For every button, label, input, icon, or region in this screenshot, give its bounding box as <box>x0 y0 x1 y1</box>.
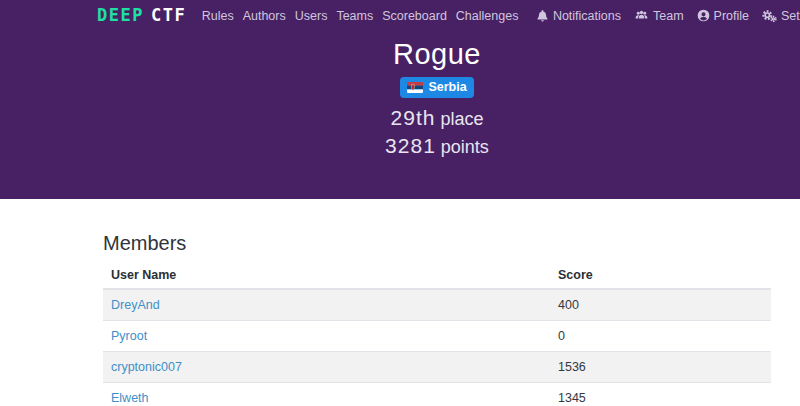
nav-item-users[interactable]: Users <box>290 9 332 23</box>
table-row: DreyAnd 400 <box>103 289 771 321</box>
serbia-flag-icon <box>407 82 428 93</box>
team-label: Team <box>653 9 684 23</box>
column-header-username: User Name <box>103 262 550 289</box>
points-value: 3281 <box>385 134 436 157</box>
user-circle-icon <box>697 9 714 22</box>
column-header-score: Score <box>550 262 771 289</box>
team-points: 3281points <box>0 135 800 156</box>
place-value: 29th <box>391 106 436 129</box>
page: DEEP CTF Rules Authors Users Teams Score… <box>0 0 800 406</box>
nav-item-teams[interactable]: Teams <box>332 9 378 23</box>
members-heading: Members <box>103 233 771 253</box>
member-score: 1345 <box>550 383 771 406</box>
profile-label: Profile <box>714 9 749 23</box>
notifications-button[interactable]: Notifications <box>536 9 621 23</box>
team-button[interactable]: Team <box>634 9 684 23</box>
notifications-label: Notifications <box>553 9 621 23</box>
brand-logo-deep: DEEP <box>97 7 144 24</box>
member-score: 0 <box>550 321 771 352</box>
settings-button[interactable]: Settings <box>762 9 800 23</box>
bell-icon <box>536 9 553 22</box>
nav-links: Rules Authors Users Teams Scoreboard Cha… <box>197 9 523 23</box>
nav-item-authors[interactable]: Authors <box>238 9 290 23</box>
member-score: 1536 <box>550 352 771 383</box>
member-link-elweth[interactable]: Elweth <box>111 391 149 405</box>
points-word: points <box>441 137 489 157</box>
brand-logo-ctf: CTF <box>151 7 186 24</box>
country-badge[interactable]: Serbia <box>400 77 473 98</box>
settings-label: Settings <box>781 9 800 23</box>
member-score: 400 <box>550 289 771 321</box>
member-link-dreyand[interactable]: DreyAnd <box>111 298 160 312</box>
members-header-row: User Name Score <box>103 262 771 289</box>
nav-item-challenges[interactable]: Challenges <box>451 9 523 23</box>
top-navbar: DEEP CTF Rules Authors Users Teams Score… <box>0 0 800 31</box>
country-label: Serbia <box>428 80 466 95</box>
gears-icon <box>762 9 781 23</box>
team-place: 29thplace <box>0 107 800 128</box>
nav-item-rules[interactable]: Rules <box>197 9 238 23</box>
member-link-cryptonic007[interactable]: cryptonic007 <box>111 360 182 374</box>
team-name: Rogue <box>0 39 800 71</box>
nav-item-scoreboard[interactable]: Scoreboard <box>378 9 452 23</box>
table-row: cryptonic007 1536 <box>103 352 771 383</box>
place-word: place <box>440 109 483 129</box>
nav-actions: Notifications Team Profile Settings <box>523 9 800 23</box>
team-hero: Rogue Serbia 29thplace 3281points <box>0 31 800 199</box>
profile-button[interactable]: Profile <box>697 9 749 23</box>
member-link-pyroot[interactable]: Pyroot <box>111 329 147 343</box>
brand-logo[interactable]: DEEP CTF <box>97 7 186 24</box>
table-row: Elweth 1345 <box>103 383 771 406</box>
members-section: Members User Name Score DreyAnd 400 Pyro… <box>103 233 771 406</box>
members-table: User Name Score DreyAnd 400 Pyroot 0 cry… <box>103 262 771 406</box>
users-group-icon <box>634 9 653 22</box>
table-row: Pyroot 0 <box>103 321 771 352</box>
